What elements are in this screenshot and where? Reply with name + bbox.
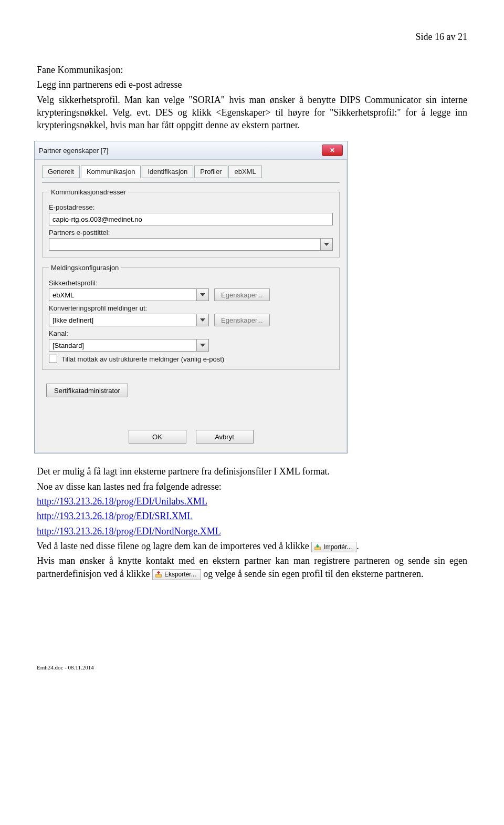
button-importer-label: Importér... [323,543,352,551]
after-p4: Hvis man ønsker å knytte kontakt med en … [37,554,467,580]
label-konverteringsprofil: Konverteringsprofil meldinger ut: [49,304,333,312]
chevron-down-icon [200,293,205,296]
label-tillat-mottak: Tillat mottak av ustrukturerte meldinger… [61,355,224,363]
button-importer-inline[interactable]: Importér... [311,542,356,552]
after-p3-text: Ved å laste ned disse filene og lagre de… [37,541,311,551]
checkbox-tillat-mottak[interactable] [49,355,57,363]
tab-profiler[interactable]: Profiler [194,166,227,178]
button-egenskaper-konvertering[interactable]: Egenskaper... [214,314,270,326]
group-meldingskonfigurasjon: Meldingskonfigurasjon Sikkerhetsprofil: … [42,264,340,370]
select-sikkerhetsprofil[interactable] [49,288,209,301]
input-partners-eposttittel[interactable] [49,238,333,251]
label-partners-eposttittel: Partners e-posttittel: [49,229,333,236]
after-p4-text-b: og velge å sende sin egen profil til den… [203,569,423,579]
select-kanal[interactable] [49,339,209,352]
close-button[interactable]: ✕ [322,145,343,156]
chevron-down-icon [324,243,329,246]
intro-line-2: Velg sikkerhetsprofil. Man kan velge "SO… [37,94,467,132]
select-konverteringsprofil[interactable] [49,314,209,326]
button-sertifikatadministrator[interactable]: Sertifikatadministrator [46,384,128,397]
tab-ebxml[interactable]: ebXML [228,166,261,178]
button-egenskaper-sikkerhet[interactable]: Egenskaper... [214,288,270,301]
label-kanal: Kanal: [49,329,333,337]
section-heading: Fane Kommunikasjon: [37,64,467,76]
link-nordnorge[interactable]: http://193.213.26.18/prog/EDI/NordNorge.… [37,526,221,537]
page-number: Side 16 av 21 [37,32,467,43]
group-meldingskonfigurasjon-legend: Meldingskonfigurasjon [49,264,121,272]
dropdown-arrow-icon[interactable] [320,239,332,250]
input-epostadresse[interactable] [49,213,333,225]
dropdown-arrow-icon[interactable] [196,289,208,301]
after-p1: Det er mulig å få lagt inn eksterne part… [37,465,467,478]
chevron-down-icon [200,318,205,322]
dialog-titlebar: Partner egenskaper [7] ✕ [35,141,347,160]
intro-line-1: Legg inn partnerens edi e-post adresse [37,78,467,91]
dialog-title: Partner egenskaper [7] [39,147,108,154]
svg-rect-1 [156,574,162,577]
chevron-down-icon [200,344,205,347]
group-kommunikasjonadresser: Kommunikasjonadresser E-postadresse: Par… [42,188,340,257]
export-icon [155,571,162,578]
dropdown-arrow-icon[interactable] [196,314,208,326]
link-sri[interactable]: http://193.213.26.18/prog/EDI/SRI.XML [37,511,193,521]
footer-docinfo: Emh24.doc - 08.11.2014 [37,664,467,671]
button-eksporter-label: Eksportér... [164,570,196,579]
import-icon [314,543,321,551]
tab-kommunikasjon[interactable]: Kommunikasjon [81,166,141,178]
button-ok[interactable]: OK [129,430,186,444]
dropdown-arrow-icon[interactable] [196,339,208,351]
label-sikkerhetsprofil: Sikkerhetsprofil: [49,279,333,287]
tab-generelt[interactable]: Generelt [42,166,80,178]
group-kommunikasjonadresser-legend: Kommunikasjonadresser [49,188,128,196]
after-p3: Ved å laste ned disse filene og lagre de… [37,540,467,552]
after-p3-suffix: . [356,541,359,551]
button-eksporter-inline[interactable]: Eksportér... [152,569,201,580]
close-icon: ✕ [330,147,335,153]
after-p2: Noe av disse kan lastes ned fra følgende… [37,480,467,493]
button-avbryt[interactable]: Avbryt [196,430,254,444]
tab-strip: Generelt Kommunikasjon Identifikasjon Pr… [42,165,340,178]
link-unilabs[interactable]: http://193.213.26.18/prog/EDI/Unilabs.XM… [37,496,207,507]
label-epostadresse: E-postadresse: [49,203,333,211]
partner-properties-dialog: Partner egenskaper [7] ✕ Generelt Kommun… [34,141,348,453]
tab-identifikasjon[interactable]: Identifikasjon [142,166,193,178]
